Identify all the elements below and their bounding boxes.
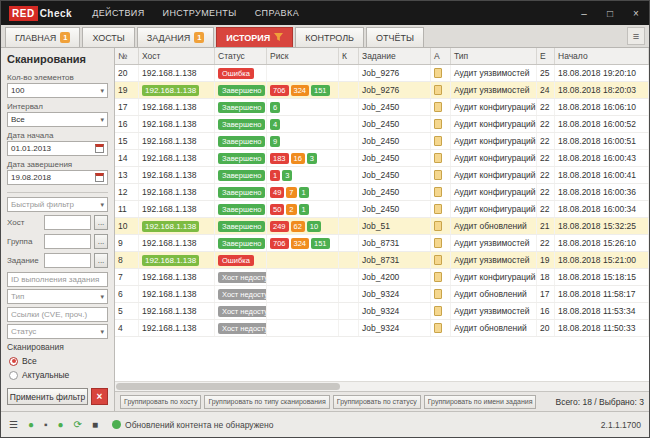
cell-status: Завершено bbox=[215, 150, 267, 166]
scan-report-icon bbox=[434, 85, 442, 95]
stop-icon[interactable]: ■ bbox=[92, 420, 98, 430]
interval-value: Все bbox=[11, 115, 25, 124]
column-header-3[interactable]: Риск bbox=[267, 48, 339, 64]
tab-control[interactable]: КОНТРОЛЬ bbox=[295, 27, 364, 47]
tab-hosts[interactable]: ХОСТЫ bbox=[82, 27, 134, 47]
cell-job: Job_9324 bbox=[359, 320, 431, 336]
host-input[interactable] bbox=[44, 215, 91, 230]
table-row[interactable]: 15192.168.1.138Завершено9Job_2450Аудит к… bbox=[115, 133, 649, 150]
cell-k bbox=[339, 286, 359, 302]
tab-label: ГЛАВНАЯ bbox=[15, 33, 56, 43]
column-header-8[interactable]: Е bbox=[537, 48, 555, 64]
cell-start: 18.08.2018 11:58:17 bbox=[555, 286, 649, 302]
group-by-scan-type-button[interactable]: Группировать по типу сканирования bbox=[204, 395, 329, 409]
table-row[interactable]: 20192.168.1.138ОшибкаJob_9276Аудит уязви… bbox=[115, 65, 649, 82]
sync-icon[interactable]: ⟳ bbox=[74, 420, 82, 430]
group-input[interactable] bbox=[44, 234, 91, 249]
table-row[interactable]: 12192.168.1.138Завершено4971Job_2450Ауди… bbox=[115, 184, 649, 201]
close-button[interactable]: × bbox=[623, 1, 649, 25]
interval-select[interactable]: Все▾ bbox=[7, 112, 108, 127]
table-row[interactable]: 7192.168.1.138Хост недоступенJob_4200Ауд… bbox=[115, 269, 649, 286]
date-start-input[interactable]: 01.01.2013 bbox=[7, 141, 108, 156]
column-header-4[interactable]: К bbox=[339, 48, 359, 64]
cell-e: 22 bbox=[537, 99, 555, 115]
selection-summary: Всего: 18 / Выбрано: 3 bbox=[555, 397, 644, 407]
status-bar: ☰●▪●⟳■ Обновлений контента не обнаружено… bbox=[1, 411, 649, 437]
table-row[interactable]: 10192.168.1.138Завершено2496210Job_51Ауд… bbox=[115, 218, 649, 235]
minimize-button[interactable]: – bbox=[571, 1, 597, 25]
type-select[interactable]: Тип▾ bbox=[7, 289, 108, 304]
scan-report-icon bbox=[434, 170, 442, 180]
table-row[interactable]: 5192.168.1.138Хост недоступенJob_9324Ауд… bbox=[115, 303, 649, 320]
table-row[interactable]: 16192.168.1.138Завершено4Job_2450Аудит к… bbox=[115, 116, 649, 133]
scrollbar-thumb[interactable] bbox=[116, 383, 340, 390]
job-browse-button[interactable]: ... bbox=[94, 253, 108, 268]
service-status-icon[interactable]: ● bbox=[28, 420, 34, 430]
quick-filter-select[interactable]: Быстрый фильтр▾ bbox=[7, 197, 108, 212]
cell-num: 15 bbox=[115, 133, 139, 149]
column-header-5[interactable]: Задание bbox=[359, 48, 431, 64]
group-browse-button[interactable]: ... bbox=[94, 234, 108, 249]
status-select[interactable]: Статус▾ bbox=[7, 324, 108, 339]
table-row[interactable]: 19192.168.1.138Завершено706324151Job_927… bbox=[115, 82, 649, 99]
tab-jobs[interactable]: ЗАДАНИЯ1 bbox=[137, 27, 214, 47]
column-header-9[interactable]: Начало bbox=[555, 48, 649, 64]
table-row[interactable]: 13192.168.1.138Завершено13Job_2450Аудит … bbox=[115, 167, 649, 184]
table-row[interactable]: 9192.168.1.138Завершено706324151Job_8731… bbox=[115, 235, 649, 252]
scan-stopped-icon[interactable]: ▪ bbox=[44, 420, 48, 430]
job-id-input[interactable] bbox=[7, 272, 108, 287]
table-row[interactable]: 4192.168.1.138Хост недоступенJob_9324Ауд… bbox=[115, 320, 649, 337]
app-logo: REDCheck bbox=[9, 6, 72, 21]
column-header-1[interactable]: Хост bbox=[139, 48, 215, 64]
calendar-icon[interactable] bbox=[95, 173, 104, 182]
tab-history[interactable]: ИСТОРИЯ bbox=[216, 27, 293, 47]
cell-a bbox=[431, 167, 451, 183]
menu-actions[interactable]: ДЕЙСТВИЯ bbox=[92, 8, 144, 18]
table-row[interactable]: 11192.168.1.138Завершено5021Job_2450Ауди… bbox=[115, 201, 649, 218]
group-by-status-button[interactable]: Группировать по статусу bbox=[333, 395, 421, 409]
table-row[interactable]: 14192.168.1.138Завершено183163Job_2450Ау… bbox=[115, 150, 649, 167]
view-list-icon[interactable]: ☰ bbox=[9, 420, 18, 430]
filter-sidebar: Сканирования Кол-во элементов 100▾ Интер… bbox=[1, 48, 115, 411]
cell-k bbox=[339, 82, 359, 98]
agent-status-icon[interactable]: ● bbox=[58, 420, 64, 430]
apply-filter-button[interactable]: Применить фильтр bbox=[7, 388, 88, 405]
tab-main[interactable]: ГЛАВНАЯ1 bbox=[5, 27, 80, 47]
tab-count-badge: 1 bbox=[60, 32, 70, 43]
table-row[interactable]: 6192.168.1.138Хост недоступенJob_9324Ауд… bbox=[115, 286, 649, 303]
table-row[interactable]: 17192.168.1.138Завершено6Job_2450Аудит к… bbox=[115, 99, 649, 116]
column-header-7[interactable]: Тип bbox=[451, 48, 537, 64]
menu-lines-icon[interactable]: ≡ bbox=[627, 27, 645, 45]
column-header-2[interactable]: Статус bbox=[215, 48, 267, 64]
group-by-host-button[interactable]: Группировать по хосту bbox=[120, 395, 201, 409]
risk-badge-low: 1 bbox=[299, 187, 309, 198]
cell-status: Ошибка bbox=[215, 65, 267, 81]
count-select[interactable]: 100▾ bbox=[7, 83, 108, 98]
date-end-input[interactable]: 19.08.2018 bbox=[7, 170, 108, 185]
horizontal-scrollbar[interactable] bbox=[115, 381, 649, 391]
cell-job: Job_2450 bbox=[359, 167, 431, 183]
calendar-icon[interactable] bbox=[95, 144, 104, 153]
radio-actual-scans[interactable]: Актуальные bbox=[9, 370, 108, 380]
column-header-6[interactable]: А bbox=[431, 48, 451, 64]
risk-badge-high: 706 bbox=[270, 85, 289, 96]
maximize-button[interactable]: □ bbox=[597, 1, 623, 25]
cell-e: 18 bbox=[537, 269, 555, 285]
cell-risk: 706324151 bbox=[267, 235, 339, 251]
clear-filter-button[interactable]: × bbox=[91, 388, 108, 405]
links-input[interactable] bbox=[7, 307, 108, 322]
job-input[interactable] bbox=[44, 253, 91, 268]
cell-status: Завершено bbox=[215, 133, 267, 149]
menu-help[interactable]: СПРАВКА bbox=[255, 8, 299, 18]
cell-status: Хост недоступен bbox=[215, 303, 267, 319]
group-by-job-name-button[interactable]: Группировать по имени задания bbox=[424, 395, 537, 409]
cell-status: Завершено bbox=[215, 167, 267, 183]
host-browse-button[interactable]: ... bbox=[94, 215, 108, 230]
column-header-0[interactable]: № bbox=[115, 48, 139, 64]
cell-start: 18.08.2018 18:20:03 bbox=[555, 82, 649, 98]
table-row[interactable]: 8192.168.1.138ОшибкаJob_8731Аудит уязвим… bbox=[115, 252, 649, 269]
radio-all-scans[interactable]: Все bbox=[9, 356, 108, 366]
cell-status: Хост недоступен bbox=[215, 320, 267, 336]
tab-reports[interactable]: ОТЧЁТЫ bbox=[366, 27, 424, 47]
menu-tools[interactable]: ИНСТРУМЕНТЫ bbox=[163, 8, 237, 18]
